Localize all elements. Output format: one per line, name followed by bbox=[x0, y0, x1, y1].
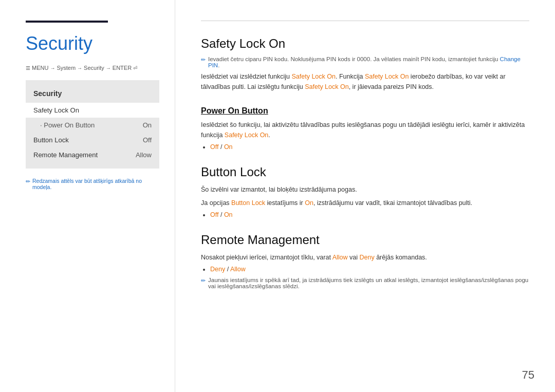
change-pin-link[interactable]: Change PIN bbox=[208, 56, 521, 68]
safety-lock-ref3: Safety Lock On bbox=[305, 83, 348, 90]
button-lock-on2: On bbox=[224, 211, 233, 218]
menu-item-power-on-button[interactable]: · Power On Button On bbox=[26, 118, 159, 133]
remote-deny-ref: Deny bbox=[359, 254, 374, 261]
page-container: Security ☰ MENU → System → Security → EN… bbox=[0, 0, 555, 392]
button-lock-body1: Šo izvēlni var izmantot, lai bloķētu izs… bbox=[201, 184, 529, 195]
section-safety-lock: Safety Lock On ✏ Ievadiet četru ciparu P… bbox=[201, 36, 529, 92]
section-power-on-title: Power On Button bbox=[201, 106, 529, 116]
top-bar-decoration bbox=[26, 21, 108, 23]
button-lock-bullet-1: Off / On bbox=[210, 211, 529, 218]
button-lock-body2: Ja opcijas Button Lock iestatījums ir On… bbox=[201, 198, 529, 208]
page-number: 75 bbox=[522, 368, 534, 382]
breadcrumb-sep3: → bbox=[106, 65, 111, 71]
section-remote-management: Remote Management Nosakot piekļuvi ierīc… bbox=[201, 233, 529, 289]
top-line-divider bbox=[201, 21, 529, 21]
safety-lock-body: Ieslēdziet vai izslēdziet funkciju Safet… bbox=[201, 71, 529, 92]
safety-lock-ref2: Safety Lock On bbox=[365, 73, 409, 80]
power-on-body: Ieslēdziet šo funkciju, lai aktivizētu t… bbox=[201, 120, 529, 140]
remote-allow-ref: Allow bbox=[332, 254, 348, 261]
section-remote-management-title: Remote Management bbox=[201, 233, 529, 247]
remote-management-bullets: Deny / Allow bbox=[210, 266, 529, 273]
enter-icon: ⏎ bbox=[133, 65, 137, 71]
menu-item-remote-mgmt-value: Allow bbox=[136, 151, 152, 159]
button-lock-bullets: Off / On bbox=[210, 211, 529, 218]
power-on-off: Off bbox=[210, 143, 218, 151]
left-note-text: Redzamais attēls var būt atšķirīgs atkar… bbox=[32, 178, 159, 190]
safety-lock-pen-icon: ✏ bbox=[201, 57, 206, 63]
section-safety-lock-title: Safety Lock On bbox=[201, 36, 529, 51]
left-note: ✏ Redzamais attēls var būt atšķirīgs atk… bbox=[26, 178, 159, 190]
safety-lock-info-text: Ievadiet četru ciparu PIN kodu. Noklusēj… bbox=[208, 56, 529, 68]
note-pen-icon: ✏ bbox=[26, 178, 30, 185]
power-on-bullets: Off / On bbox=[210, 143, 529, 151]
menu-item-button-lock-label: Button Lock bbox=[33, 136, 69, 144]
button-lock-off: Off bbox=[210, 211, 218, 218]
remote-deny: Deny bbox=[210, 266, 225, 273]
button-lock-ref: Button Lock bbox=[231, 199, 265, 207]
breadcrumb-menu: MENU bbox=[32, 65, 48, 71]
breadcrumb-system: System bbox=[57, 65, 76, 71]
menu-icon: ☰ bbox=[26, 65, 30, 71]
breadcrumb: ☰ MENU → System → Security → ENTER ⏎ bbox=[26, 65, 159, 71]
remote-management-bullet-1: Deny / Allow bbox=[210, 266, 529, 273]
menu-item-button-lock-value: Off bbox=[143, 136, 152, 144]
breadcrumb-enter: ENTER bbox=[113, 65, 132, 71]
menu-item-button-lock[interactable]: Button Lock Off bbox=[26, 133, 159, 147]
safety-lock-ref1: Safety Lock On bbox=[291, 73, 335, 80]
right-panel: Safety Lock On ✏ Ievadiet četru ciparu P… bbox=[175, 0, 555, 392]
menu-item-remote-mgmt-label: Remote Management bbox=[33, 151, 98, 159]
menu-item-remote-management[interactable]: Remote Management Allow bbox=[26, 147, 159, 162]
remote-management-footnote: ✏ Jaunais iestatījums ir spēkā arī tad, … bbox=[201, 277, 529, 289]
section-power-on-button: Power On Button Ieslēdziet šo funkciju, … bbox=[201, 106, 529, 151]
power-on-safety-ref: Safety Lock On bbox=[225, 132, 268, 139]
menu-item-power-on-value: On bbox=[143, 121, 152, 129]
button-lock-on: On bbox=[305, 199, 313, 207]
menu-item-safety-lock[interactable]: Safety Lock On bbox=[26, 103, 159, 118]
page-title: Security bbox=[26, 33, 159, 54]
menu-box: Security Safety Lock On · Power On Butto… bbox=[26, 80, 159, 169]
power-on-bullet-1: Off / On bbox=[210, 143, 529, 151]
section-button-lock-title: Button Lock bbox=[201, 165, 529, 179]
menu-box-title: Security bbox=[26, 86, 159, 103]
breadcrumb-security: Security bbox=[84, 65, 104, 71]
left-panel: Security ☰ MENU → System → Security → EN… bbox=[0, 0, 175, 392]
safety-lock-info-note: ✏ Ievadiet četru ciparu PIN kodu. Noklus… bbox=[201, 56, 529, 68]
menu-item-safety-lock-label: Safety Lock On bbox=[33, 106, 79, 114]
remote-mgmt-pen-icon: ✏ bbox=[201, 277, 206, 284]
breadcrumb-sep1: → bbox=[50, 65, 55, 71]
power-on-on: On bbox=[224, 143, 233, 151]
remote-allow: Allow bbox=[230, 266, 246, 273]
breadcrumb-sep2: → bbox=[77, 65, 82, 71]
menu-item-power-on-label: · Power On Button bbox=[40, 121, 95, 129]
remote-management-body: Nosakot piekļuvi ierīcei, izmantojot tīk… bbox=[201, 252, 529, 263]
section-button-lock: Button Lock Šo izvēlni var izmantot, lai… bbox=[201, 165, 529, 218]
remote-mgmt-footnote-text: Jaunais iestatījums ir spēkā arī tad, ja… bbox=[208, 277, 529, 289]
